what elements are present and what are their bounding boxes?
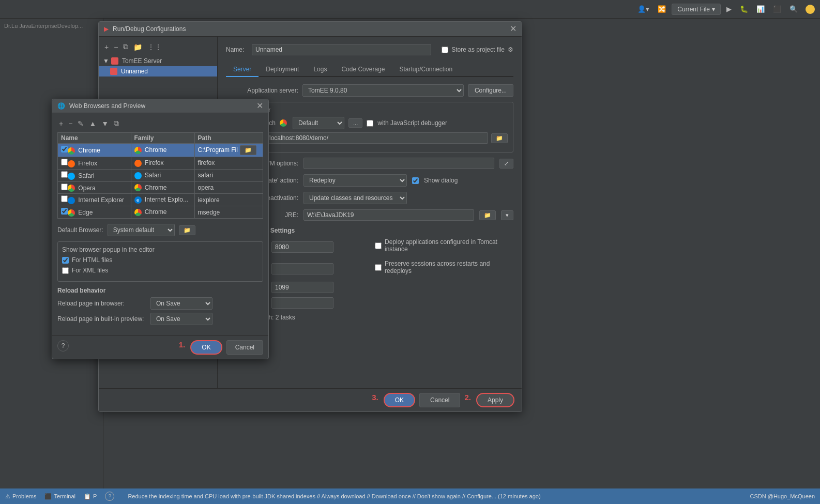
sort-config-btn[interactable]: ⋮⋮ bbox=[146, 42, 163, 52]
wb-cancel-btn[interactable]: Cancel bbox=[226, 340, 263, 355]
browser-family-icon bbox=[68, 197, 75, 204]
reload-preview-select[interactable]: On Save bbox=[150, 313, 212, 325]
vcs-btn[interactable]: 🔀 bbox=[655, 4, 669, 14]
url-folder-btn[interactable]: 📁 bbox=[491, 133, 508, 143]
jre-input[interactable] bbox=[303, 209, 474, 221]
tab-startup-connection[interactable]: Startup/Connection bbox=[392, 63, 460, 77]
main-cancel-btn[interactable]: Cancel bbox=[419, 393, 460, 407]
wb-footer: ? 1. OK Cancel bbox=[52, 335, 268, 359]
table-row[interactable]: Chrome ChromeC:\Program Fil📁 bbox=[58, 144, 263, 157]
main-ok-btn[interactable]: OK bbox=[384, 393, 415, 407]
profile-run-btn[interactable]: 📊 bbox=[754, 4, 767, 14]
browser-checkbox[interactable] bbox=[61, 159, 68, 165]
table-row[interactable]: Internet Explorere Internet Explo...iexp… bbox=[58, 194, 263, 206]
tab-server[interactable]: Server bbox=[226, 63, 259, 77]
wb-close-btn[interactable]: ✕ bbox=[256, 102, 263, 110]
table-row[interactable]: Opera Chromeopera bbox=[58, 181, 263, 194]
on-update-select[interactable]: Redeploy bbox=[303, 174, 407, 187]
jmx-port-input[interactable] bbox=[271, 282, 333, 293]
browser-family-icon2 bbox=[134, 209, 142, 216]
deploy-apps-checkbox[interactable] bbox=[375, 242, 382, 249]
tomee-icon-item bbox=[110, 68, 117, 75]
terminal-item[interactable]: ⬛ Terminal bbox=[44, 493, 75, 500]
run-debug-close-btn[interactable]: ✕ bbox=[510, 25, 517, 33]
name-input[interactable] bbox=[252, 44, 431, 55]
wb-help-btn[interactable]: ? bbox=[57, 340, 69, 352]
browser-family-icon bbox=[68, 160, 75, 167]
reload-browser-label: Reload page in browser: bbox=[57, 300, 145, 307]
store-project-checkbox[interactable] bbox=[442, 47, 448, 53]
vm-options-expand-btn[interactable]: ⤢ bbox=[499, 159, 513, 169]
p-item[interactable]: 📋 P bbox=[84, 493, 97, 500]
preserve-sessions-checkbox[interactable] bbox=[375, 264, 382, 271]
browser-checkbox[interactable] bbox=[61, 184, 68, 190]
show-dialog-label: Show dialog bbox=[424, 177, 458, 184]
with-js-debugger-label: with JavaScript debugger bbox=[377, 119, 447, 127]
search-btn[interactable]: 🔍 bbox=[787, 4, 800, 14]
wb-ok-btn[interactable]: OK bbox=[190, 340, 222, 355]
http-port-input[interactable] bbox=[271, 241, 333, 253]
table-row[interactable]: Safari Safarisafari bbox=[58, 169, 263, 181]
browser-checkbox[interactable] bbox=[61, 208, 68, 215]
main-apply-btn[interactable]: Apply bbox=[476, 393, 514, 407]
problems-item[interactable]: ⚠ Problems bbox=[5, 493, 36, 500]
default-browser-label: Default Browser: bbox=[57, 226, 103, 234]
ajp-port-input[interactable] bbox=[271, 297, 333, 309]
show-dialog-checkbox[interactable] bbox=[412, 177, 419, 184]
table-row[interactable]: Firefox Firefoxfirefox bbox=[58, 157, 263, 170]
default-browser-folder-btn[interactable]: 📁 bbox=[179, 225, 195, 235]
browser-more-btn[interactable]: ... bbox=[348, 118, 362, 128]
tab-deployment[interactable]: Deployment bbox=[259, 63, 306, 77]
store-project-row: Store as project file ⚙ bbox=[442, 46, 513, 53]
configure-btn[interactable]: Configure... bbox=[468, 84, 513, 97]
browser-select[interactable]: Default bbox=[293, 117, 344, 129]
annotation-apply-num: 2. bbox=[464, 393, 471, 407]
wb-title: Web Browsers and Preview bbox=[69, 102, 252, 110]
app-server-select[interactable]: TomEE 9.0.80 bbox=[302, 84, 464, 97]
browser-family-icon bbox=[68, 173, 75, 180]
browser-checkbox[interactable] bbox=[61, 171, 68, 178]
store-project-label: Store as project file bbox=[451, 46, 505, 53]
https-port-input[interactable] bbox=[271, 263, 333, 274]
jre-dropdown-btn[interactable]: ▾ bbox=[501, 210, 513, 220]
js-debugger-checkbox[interactable] bbox=[367, 120, 373, 127]
wb-down-btn[interactable]: ▼ bbox=[100, 118, 110, 128]
reload-browser-select[interactable]: On Save bbox=[150, 297, 212, 310]
stop-btn[interactable]: ⬛ bbox=[770, 4, 784, 14]
add-config-btn[interactable]: + bbox=[103, 42, 110, 52]
default-browser-select[interactable]: System default bbox=[108, 224, 175, 236]
remove-config-btn[interactable]: − bbox=[112, 42, 119, 52]
for-xml-checkbox[interactable] bbox=[62, 267, 69, 274]
vm-options-input[interactable] bbox=[303, 158, 494, 169]
table-row[interactable]: Edge Chromemsedge bbox=[58, 206, 263, 219]
copy-config-btn[interactable]: ⧉ bbox=[122, 42, 130, 52]
help-btn-status[interactable]: ? bbox=[105, 492, 114, 501]
preserve-sessions-row: Preserve sessions across restarts and re… bbox=[375, 260, 513, 274]
col-name: Name bbox=[58, 133, 131, 144]
for-html-checkbox[interactable] bbox=[62, 257, 69, 264]
folder-config-btn[interactable]: 📁 bbox=[132, 42, 144, 52]
url-input[interactable] bbox=[250, 132, 488, 144]
browser-checkbox[interactable] bbox=[61, 195, 68, 202]
jre-folder-btn[interactable]: 📁 bbox=[479, 210, 496, 220]
tab-code-coverage[interactable]: Code Coverage bbox=[334, 63, 392, 77]
debug-btn[interactable]: 🐛 bbox=[737, 4, 751, 14]
before-launch-row[interactable]: ▶ Before launch: 2 tasks bbox=[226, 314, 513, 321]
wb-edit-btn[interactable]: ✎ bbox=[76, 118, 85, 128]
current-file-selector[interactable]: Current File ▾ bbox=[672, 4, 721, 15]
wb-copy-btn[interactable]: ⧉ bbox=[112, 118, 120, 128]
on-frame-select[interactable]: Update classes and resources bbox=[303, 192, 407, 204]
tree-item-unnamed[interactable]: Unnamed bbox=[99, 66, 217, 77]
path-folder-btn[interactable]: 📁 bbox=[240, 145, 256, 155]
run-btn[interactable]: ▶ bbox=[724, 4, 734, 14]
tab-logs[interactable]: Logs bbox=[306, 63, 334, 77]
annotation-ok-num: 3. bbox=[372, 393, 378, 407]
browser-checkbox[interactable] bbox=[61, 146, 68, 152]
for-xml-label: For XML files bbox=[72, 267, 108, 274]
wb-remove-btn[interactable]: − bbox=[67, 118, 74, 128]
profile-btn[interactable]: 👤▾ bbox=[635, 4, 652, 14]
reload-preview-row: Reload page in built-in preview: On Save bbox=[57, 313, 263, 325]
wb-add-btn[interactable]: + bbox=[57, 118, 65, 128]
group-label: TomEE Server bbox=[122, 57, 162, 65]
wb-up-btn[interactable]: ▲ bbox=[87, 118, 98, 128]
